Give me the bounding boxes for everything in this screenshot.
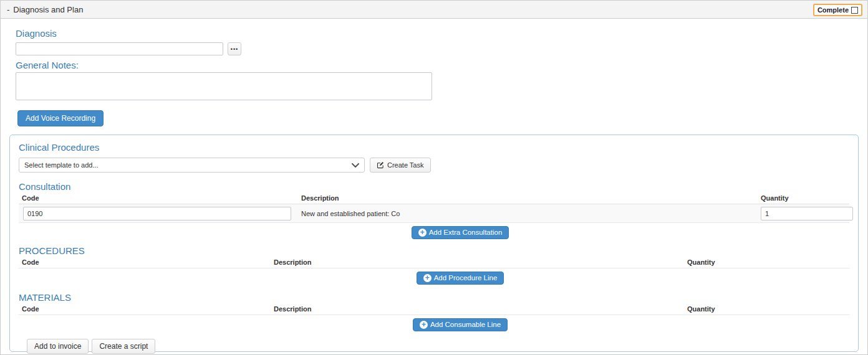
section-title: Diagnosis and Plan xyxy=(13,5,83,14)
plus-circle-icon: + xyxy=(423,274,432,282)
add-consumable-line-label: Add Consumable Line xyxy=(430,321,501,328)
column-header-quantity: Quantity xyxy=(685,258,849,266)
section-header[interactable]: - Diagnosis and Plan Complete xyxy=(1,1,867,19)
add-consumable-line-button[interactable]: + Add Consumable Line xyxy=(413,318,508,331)
consultation-code-input[interactable] xyxy=(23,207,291,220)
diagnosis-input[interactable] xyxy=(16,42,223,55)
add-voice-recording-button[interactable]: Add Voice Recording xyxy=(17,110,104,126)
edit-icon xyxy=(377,161,384,169)
plus-circle-icon: + xyxy=(418,229,427,237)
column-header-code: Code xyxy=(19,258,271,266)
complete-checkbox[interactable] xyxy=(851,7,858,14)
column-header-quantity: Quantity xyxy=(685,305,849,313)
diagnosis-heading: Diagnosis xyxy=(16,28,867,39)
clinical-procedures-panel: Clinical Procedures Select template to a… xyxy=(9,135,859,352)
column-header-description: Description xyxy=(271,258,685,266)
procedures-header-row: Code Description Quantity xyxy=(19,256,849,268)
template-select[interactable]: Select template to add... xyxy=(19,158,365,173)
column-header-quantity: Quantity xyxy=(750,194,849,202)
consultation-row: New and established patient: Co xyxy=(19,204,849,222)
add-extra-consultation-button[interactable]: + Add Extra Consultation xyxy=(412,226,509,239)
clinical-procedures-heading: Clinical Procedures xyxy=(19,142,849,153)
diagnosis-and-plan-widget: - Diagnosis and Plan Complete Diagnosis … xyxy=(0,0,868,355)
column-header-description: Description xyxy=(296,194,750,202)
column-header-description: Description xyxy=(271,305,685,313)
plus-circle-icon: + xyxy=(420,321,428,329)
create-task-label: Create Task xyxy=(387,161,424,169)
add-to-invoice-label: Add to invoice xyxy=(34,342,81,351)
add-extra-consultation-label: Add Extra Consultation xyxy=(429,229,503,236)
add-voice-recording-label: Add Voice Recording xyxy=(26,114,95,123)
complete-button[interactable]: Complete xyxy=(813,4,862,16)
consultation-heading: Consultation xyxy=(19,181,849,192)
materials-table: Code Description Quantity + Add Consumab… xyxy=(19,303,849,334)
consultation-description: New and established patient: Co xyxy=(296,210,750,217)
create-a-script-label: Create a script xyxy=(99,342,148,351)
consultation-quantity-input[interactable] xyxy=(761,207,853,220)
materials-header-row: Code Description Quantity xyxy=(19,303,849,315)
procedures-add-row: + Add Procedure Line xyxy=(19,268,849,287)
column-header-code: Code xyxy=(19,305,271,313)
collapse-toggle[interactable]: - xyxy=(7,5,9,14)
add-procedure-line-label: Add Procedure Line xyxy=(434,274,498,282)
procedures-heading: PROCEDURES xyxy=(19,245,849,256)
complete-label: Complete xyxy=(817,6,849,14)
create-task-button[interactable]: Create Task xyxy=(370,158,431,173)
general-notes-heading: General Notes: xyxy=(16,60,867,70)
procedures-table: Code Description Quantity + Add Procedur… xyxy=(19,256,849,287)
consultation-table: Code Description Quantity New and establ… xyxy=(19,192,849,242)
create-a-script-button[interactable]: Create a script xyxy=(92,339,155,354)
template-select-wrap: Select template to add... xyxy=(19,158,365,173)
general-notes-textarea[interactable] xyxy=(16,72,432,100)
ellipsis-icon: ••• xyxy=(231,46,238,52)
add-to-invoice-button[interactable]: Add to invoice xyxy=(27,339,89,354)
column-header-code: Code xyxy=(19,194,296,202)
footer-actions: Add to invoice Create a script xyxy=(27,339,849,354)
consultation-header-row: Code Description Quantity xyxy=(19,192,849,204)
materials-heading: MATERIALS xyxy=(19,292,849,303)
materials-add-row: + Add Consumable Line xyxy=(19,315,849,334)
add-procedure-line-button[interactable]: + Add Procedure Line xyxy=(417,272,504,285)
diagnosis-lookup-button[interactable]: ••• xyxy=(228,42,241,55)
consultation-add-row: + Add Extra Consultation xyxy=(19,222,849,242)
